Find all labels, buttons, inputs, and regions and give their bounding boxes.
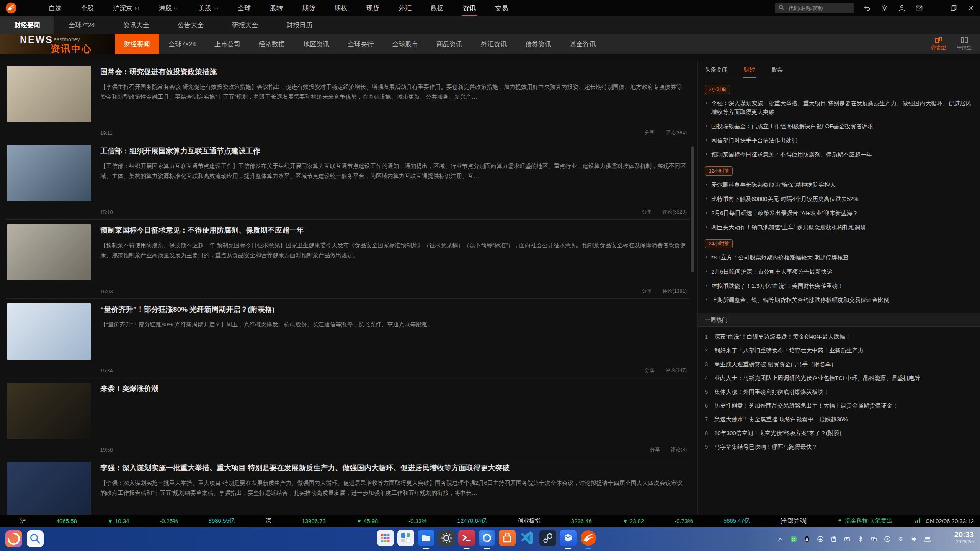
share-button[interactable]: 分享 [645,129,655,136]
view-toggle-tile-view[interactable]: 平铺型 [957,37,972,51]
article-title[interactable]: 国常会：研究促进有效投资政策措施 [100,67,687,77]
news-tab-global-markets[interactable]: 全球股市 [383,34,427,54]
hot-week-item[interactable]: 5集体大涨！外围重磅利好彻底引爆煤炭板块！ [705,385,972,399]
topnav-item-hk-stocks[interactable]: 港股 [149,0,189,16]
sidebar-news-item[interactable]: 比特币向下触及60000美元 时隔4个月较历史高位跌去52% [705,192,972,206]
scrollbar-thumb[interactable] [691,146,694,272]
subnav-item-finance-headlines[interactable]: 财经要闻 [0,16,54,34]
topnav-item-spot[interactable]: 现货 [357,0,389,16]
topnav-item-news[interactable]: 资讯 [453,0,485,16]
dock-app-browser[interactable] [479,530,495,546]
user-button[interactable] [898,4,906,12]
share-button[interactable]: 分享 [642,209,652,215]
restore-button[interactable] [950,4,957,12]
subnav-item-news-all[interactable]: 资讯大全 [109,16,163,34]
all-changes-button[interactable]: [全部异动] [781,517,807,525]
dock-app-terminal[interactable] [458,530,475,546]
topnav-item-forex[interactable]: 外汇 [389,0,421,16]
tray-bluetooth[interactable] [856,535,865,543]
article-title[interactable]: 工信部：组织开展国家算力互联互通节点建设工作 [100,146,687,156]
sidebar-news-item[interactable]: 2月5日晚间沪深上市公司重大事项公告最新快递 [705,264,972,279]
hot-week-item[interactable]: 2利好来了！八部门重磅发布！培育壮大中药工业新质生产力 [705,344,972,357]
dock-app-vscode[interactable] [519,530,536,546]
article-title[interactable]: 李强：深入谋划实施一批重大举措、重大项目 特别是要在发展新质生产力、做强国内大循… [100,463,687,473]
article-thumbnail[interactable] [7,462,91,515]
subnav-item-global-724[interactable]: 全球7*24 [54,16,109,34]
news-tab-global-724[interactable]: 全球7×24 [159,34,205,54]
dock-app-eastmoney[interactable] [580,530,597,546]
index-name-2[interactable]: 创业板指 [518,517,541,525]
comments-button[interactable]: 评论(3) [671,446,687,453]
share-button[interactable]: 分享 [650,446,660,453]
topnav-item-futures[interactable]: 期货 [292,0,325,16]
article-title[interactable]: “量价齐升”！部分狂涨80% 光纤新周期开启？(附表格) [100,305,687,315]
comments-button[interactable]: 评论(5320) [662,209,687,215]
search-input[interactable] [787,5,850,11]
hot-week-item[interactable]: 3商业航天迎重磅突破 融资资金已出手（附名单） [705,357,972,371]
topnav-item-stocks[interactable]: 个股 [71,0,103,16]
dock-app-search-tool[interactable] [27,530,44,547]
subnav-item-research-reports[interactable]: 研报大全 [218,16,272,34]
undo-button[interactable] [864,4,871,12]
hot-week-item[interactable]: 7急速大跳水！贵金属重挫 现货白银盘中一度跌超36% [705,412,972,426]
sidebar-news-item[interactable]: 爱尔眼科董事长陈邦疑似为“骗保”精神病院实控人 [705,178,972,192]
news-tab-listed-companies[interactable]: 上市公司 [205,34,250,54]
dock-app-steam[interactable] [539,530,556,546]
share-button[interactable]: 分享 [645,367,655,374]
sidebar-news-item[interactable]: 预制菜国标今日征求意见：不得使用防腐剂、保质期不应超一年 [705,147,972,161]
news-tab-bonds-news[interactable]: 债券资讯 [516,34,560,54]
topnav-item-data[interactable]: 数据 [421,0,453,16]
news-tab-central-banks[interactable]: 全球央行 [338,34,383,54]
topnav-item-trade[interactable]: 交易 [485,0,518,16]
news-tab-funds-news[interactable]: 基金资讯 [560,34,605,54]
article-title[interactable]: 来袭！突爆涨价潮 [100,384,687,394]
news-tab-economic-data[interactable]: 经济数据 [250,34,294,54]
sidebar-news-item[interactable]: 国投瑞银基金：已成立工作组 积极解决白银LOF基金投资者诉求 [705,119,972,133]
tray-media-play[interactable] [883,535,892,543]
news-tab-commodities[interactable]: 商品资讯 [427,34,472,54]
share-button[interactable]: 分享 [642,288,652,295]
hot-week-item[interactable]: 810年300倍空间！太空光伏“终极方案”来了？(附股) [705,426,972,440]
subnav-item-finance-calendar[interactable]: 财报日历 [272,16,327,34]
article-title[interactable]: 预制菜国标今日征求意见：不得使用防腐剂、保质期不应超一年 [100,225,687,235]
tray-volume[interactable] [910,535,918,543]
article-thumbnail[interactable] [7,66,91,122]
sidebar-news-item[interactable]: 两巨头大动作！钠电池加速“上车” 多只概念股获机构扎堆调研 [705,220,972,234]
close-button[interactable] [967,4,975,12]
tray-multi-display[interactable] [870,535,878,543]
topnav-item-options[interactable]: 期权 [325,0,357,16]
tray-wechat[interactable] [789,535,798,543]
article-thumbnail[interactable] [7,224,91,280]
article-thumbnail[interactable] [7,383,91,439]
messages-button[interactable] [915,4,923,12]
dock-app-app-store[interactable] [499,530,516,546]
sidebar-tab-stocks[interactable]: 股票 [771,61,783,78]
dock-app-control-center[interactable] [438,530,455,546]
hot-week-item[interactable]: 6历史性崩盘！芝加哥商品交易所紧急出手！大幅上调贵金属期货保证金！ [705,399,972,412]
news-tab-forex-news[interactable]: 外汇资讯 [472,34,516,54]
tray-qq[interactable] [803,535,811,543]
minimize-button[interactable] [933,4,940,12]
topnav-item-watchlist[interactable]: 自选 [39,0,71,16]
topnav-item-sh-sz-bj[interactable]: 沪深京 [103,0,149,16]
comments-button[interactable]: 评论(1381) [662,288,687,295]
tray-capture[interactable] [843,535,851,543]
dock-app-multitasking[interactable] [397,530,414,546]
tray-chevron-up[interactable] [776,535,784,543]
sidebar-news-item[interactable]: 网信部门对快手平台依法作出处罚 [705,133,972,147]
tray-wifi[interactable] [897,535,905,543]
sidebar-tab-headlines[interactable]: 头条要闻 [705,61,728,78]
index-name-0[interactable]: 沪 [20,517,26,525]
comments-button[interactable]: 评论(364) [665,129,687,136]
index-name-1[interactable]: 深 [266,517,271,525]
news-tab-finance-headlines[interactable]: 财经要闻 [115,34,159,54]
article-thumbnail[interactable] [7,145,91,201]
hot-week-item[interactable]: 1深夜“血洗”！白银史诗级暴跌！黄金创40年最大跌幅！ [705,330,972,344]
dock-app-launcher[interactable] [5,530,22,547]
tray-onboard[interactable] [923,535,932,543]
topnav-item-share-transfer[interactable]: 股转 [260,0,292,16]
dock-app-cube-app[interactable] [560,530,577,546]
hot-week-item[interactable]: 9马字辈集结号已吹响！哪匹马跑得最快？ [705,440,972,454]
sidebar-news-item[interactable]: 2月6日每日研选丨政策发出最强音 “AI+农业”迎来新蓝海？ [705,206,972,220]
sidebar-news-item[interactable]: 虚拟币跌傻了！1.3万亿“血洗”！美国财长突传重磅！ [705,279,972,293]
